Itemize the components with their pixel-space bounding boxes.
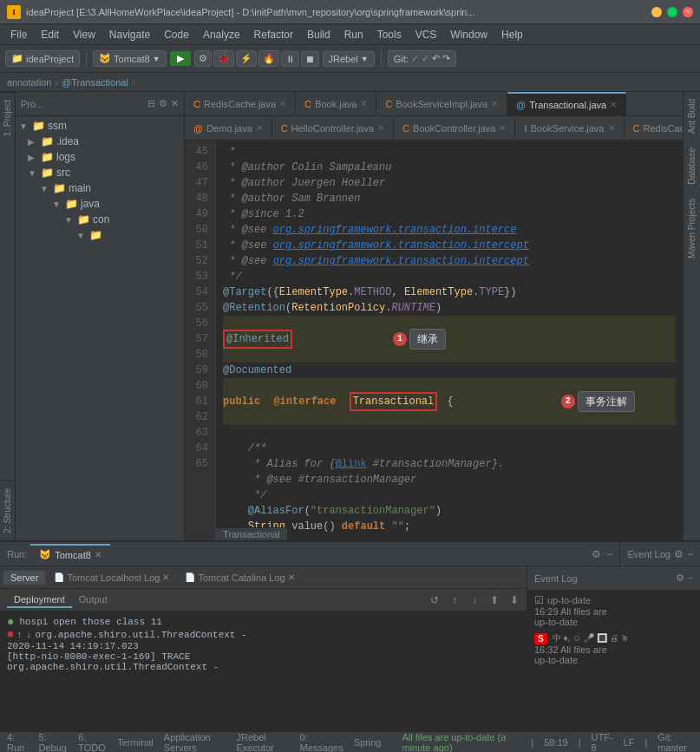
tree-item-logs[interactable]: ▶ 📁 logs [16, 149, 184, 165]
tree-item-idea[interactable]: ▶ 📁 .idea [16, 134, 184, 149]
tab-rediscachetransfer[interactable]: C RedisCacheTransfer.java ✕ [625, 116, 684, 140]
right-tab-database[interactable]: Database [685, 141, 698, 192]
menu-code[interactable]: Code [157, 27, 196, 43]
tab-demo[interactable]: @ Demo.java ✕ [185, 116, 272, 140]
code-content[interactable]: * * @author Colin Sampaleanu * @author J… [216, 141, 683, 540]
menu-refactor[interactable]: Refactor [247, 27, 300, 43]
right-tab-maven[interactable]: Maven Projects [685, 192, 698, 265]
run-down-btn[interactable]: ↓ [466, 592, 483, 609]
run-output[interactable]: ● hospi open those class 11 ■ ↑ ↓ org.ap… [0, 611, 527, 731]
status-lf: LF [624, 737, 635, 748]
breadcrumb-annotation[interactable]: annotation [7, 77, 51, 88]
event-log-gear-icon[interactable]: ⚙ [676, 572, 684, 584]
menu-vcs[interactable]: VCS [409, 27, 444, 43]
tab-close-hellocontroller[interactable]: ✕ [377, 123, 384, 133]
tab-close-transactional[interactable]: ✕ [610, 100, 617, 109]
tree-arrow-logs: ▶ [28, 153, 40, 162]
event-log-minimize-icon[interactable]: − [687, 548, 693, 560]
toolbar-icon-1[interactable]: ⚙ [194, 50, 212, 67]
tree-item-main[interactable]: ▼ 📁 main [16, 180, 184, 196]
tab-close-book[interactable]: ✕ [360, 99, 367, 108]
tab-bookserviceimpl[interactable]: C BookServiceImpl.java ✕ [376, 92, 507, 115]
tab-bookcontroller[interactable]: C BookController.java ✕ [394, 116, 515, 140]
run-up2-btn[interactable]: ⬆ [486, 592, 503, 609]
bottom-settings-icon[interactable]: ⚙ [592, 548, 601, 560]
toolbar-icon-4[interactable]: 🔥 [258, 50, 279, 67]
status-message: All files are up-to-date (a minute ago) [402, 732, 520, 753]
menu-run[interactable]: Run [337, 27, 370, 43]
tab-bookservice[interactable]: I BookService.java ✕ [515, 116, 624, 140]
status-terminal[interactable]: Terminal [117, 737, 154, 748]
jrebel-btn[interactable]: JRebel ▼ [323, 51, 375, 67]
tab-transactional[interactable]: @ Transactional.java ✕ [507, 92, 626, 115]
tree-item-sub[interactable]: ▼ 📁 [16, 227, 184, 243]
tab-close-bookserviceimpl[interactable]: ✕ [491, 99, 498, 108]
run-up-btn[interactable]: ↑ [446, 592, 463, 609]
right-tab-antbuild[interactable]: Ant Build [685, 92, 698, 141]
bottom-tab-tomcat[interactable]: 🐱 Tomcat8 ✕ [30, 544, 110, 564]
left-tab-project[interactable]: 1: Project [0, 92, 15, 143]
sidebar-close-btn[interactable]: ✕ [171, 98, 179, 109]
run-tab-localhost[interactable]: 📄 Tomcat Localhost Log ✕ [47, 571, 176, 585]
tab-hellocontroller[interactable]: C HelloController.java ✕ [272, 116, 394, 140]
sidebar-collapse-btn[interactable]: ⊟ [147, 98, 155, 109]
tab-rediscache[interactable]: C RedisCache.java ✕ [185, 92, 296, 115]
event-log-settings-icon[interactable]: ⚙ [674, 548, 684, 560]
status-position: 58:19 [544, 737, 568, 748]
left-tab-structure[interactable]: 2: Structure [0, 481, 15, 540]
status-messages[interactable]: 0: Messages [300, 732, 343, 753]
editor-content[interactable]: 45 46 47 48 49 50 51 52 53 54 55 56 57 5… [185, 141, 683, 540]
status-appservers[interactable]: Application Servers [164, 732, 226, 753]
maximize-btn[interactable]: □ [667, 7, 677, 17]
menu-window[interactable]: Window [443, 27, 494, 43]
tab-close-demo[interactable]: ✕ [256, 123, 263, 133]
bottom-minimize-icon[interactable]: − [606, 548, 612, 560]
tab-close-bookservice[interactable]: ✕ [608, 123, 615, 133]
tree-item-src[interactable]: ▼ 📁 src [16, 165, 184, 180]
bottom-tomcat-close[interactable]: ✕ [95, 550, 101, 559]
menu-file[interactable]: File [3, 27, 34, 43]
toolbar-icon-5[interactable]: ⏸ [281, 51, 299, 67]
tree-item-con[interactable]: ▼ 📁 con [16, 212, 184, 227]
tab-close-rediscache[interactable]: ✕ [279, 99, 286, 108]
menu-tools[interactable]: Tools [370, 27, 409, 43]
tree-item-java[interactable]: ▼ 📁 java [16, 196, 184, 212]
event-log-close-icon[interactable]: − [688, 572, 693, 584]
menu-view[interactable]: View [66, 27, 102, 43]
run-btn[interactable]: ▶ [170, 51, 191, 66]
catalina-log-close[interactable]: ✕ [288, 572, 295, 582]
run-tab-catalina[interactable]: 📄 Tomcat Catalina Log ✕ [178, 571, 301, 585]
menu-edit[interactable]: Edit [34, 27, 66, 43]
menu-help[interactable]: Help [494, 27, 530, 43]
minimize-btn[interactable]: − [651, 7, 662, 17]
breadcrumb-transactional[interactable]: Transactional [71, 77, 128, 88]
sidebar-settings-btn[interactable]: ⚙ [159, 98, 167, 109]
code-line-52: * @see org.springframework.transaction.i… [223, 253, 676, 269]
run-config-btn[interactable]: 🐱 Tomcat8 ▼ [93, 50, 167, 67]
dep-tab-output[interactable]: Output [72, 592, 114, 608]
toolbar-project-btn[interactable]: 📁 ideaProject [5, 50, 80, 67]
status-jrebel[interactable]: JRebel Executor [237, 732, 290, 753]
tree-item-ssm[interactable]: ▼ 📁 ssm [16, 118, 184, 134]
run-down2-btn[interactable]: ⬇ [506, 592, 523, 609]
menu-navigate[interactable]: Navigate [102, 27, 157, 43]
toolbar-icon-2[interactable]: 🐞 [213, 50, 234, 67]
git-btn[interactable]: Git: ✓ ✓ ↶ ↷ [388, 50, 456, 67]
toolbar-icon-6[interactable]: ⏹ [301, 51, 319, 67]
menu-build[interactable]: Build [300, 27, 337, 43]
window-controls[interactable]: − □ ✕ [651, 7, 693, 17]
tab-book[interactable]: C Book.java ✕ [296, 92, 376, 115]
run-tab-server[interactable]: Server [3, 571, 45, 585]
run-restart-btn[interactable]: ↺ [426, 592, 443, 609]
status-todo[interactable]: 6: TODO [78, 732, 107, 753]
tab-close-bookcontroller[interactable]: ✕ [499, 123, 506, 133]
close-btn[interactable]: ✕ [683, 7, 693, 17]
status-debug[interactable]: 5: Debug [39, 732, 69, 753]
dep-tab-deployment[interactable]: Deployment [7, 592, 72, 608]
status-spring[interactable]: Spring [354, 737, 382, 748]
toolbar-icon-3[interactable]: ⚡ [236, 50, 257, 67]
localhost-log-close[interactable]: ✕ [162, 572, 169, 582]
menu-analyze[interactable]: Analyze [196, 27, 247, 43]
status-run[interactable]: 4: Run [7, 732, 29, 753]
sonar-icon: S [534, 633, 547, 644]
